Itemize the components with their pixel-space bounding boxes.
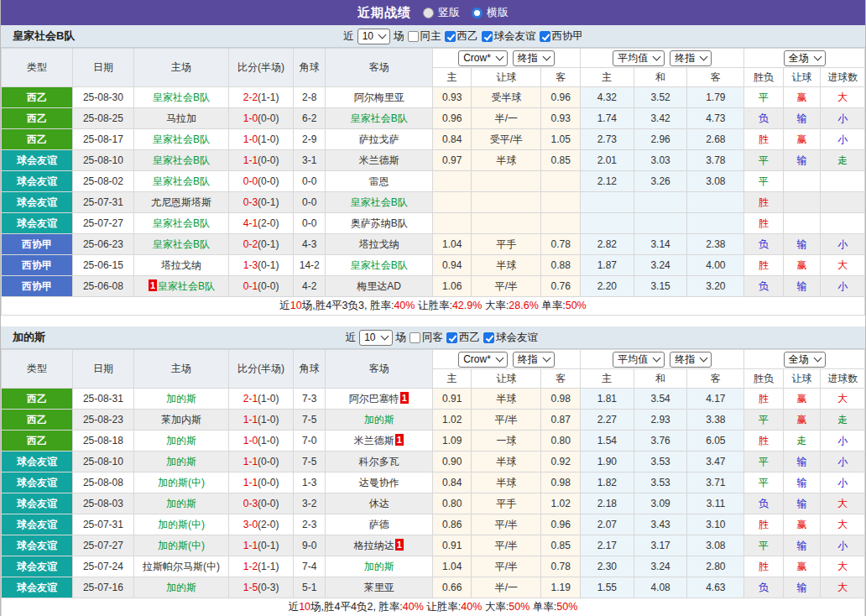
checkbox-icon[interactable] [482, 31, 493, 42]
avg-away-cell: 2.68 [687, 129, 744, 150]
checkbox-icon[interactable] [445, 31, 456, 42]
away-team-cell: 皇家社会B队 [326, 192, 432, 213]
result-text: 平 [759, 175, 769, 187]
team-name: 皇家社会B队 [153, 217, 210, 229]
handicap-cell: 半球 [472, 452, 541, 472]
result-cell: 胜 [744, 389, 784, 410]
handicap-result-cell: 输 [783, 108, 821, 129]
avg-away-cell: 2.38 [687, 234, 744, 255]
handicap-cell: 半球 [472, 472, 541, 493]
handicap-result-cell: 输 [783, 276, 821, 297]
date-cell: 25-07-27 [72, 535, 133, 556]
avg-draw-cell: 3.15 [634, 276, 687, 297]
checkbox-icon[interactable] [410, 332, 420, 343]
halftime-score: (1-1) [258, 561, 279, 572]
result-text: 输 [797, 280, 807, 292]
result-text: 平 [759, 91, 769, 103]
col-avg-away: 客 [687, 68, 744, 87]
goals-result-cell: 走 [821, 150, 865, 171]
result-text: 大 [837, 393, 848, 405]
average-select[interactable]: 平均值 [613, 352, 665, 368]
fulltime-select[interactable]: 全场 [784, 50, 826, 66]
summary-segment: 50% [509, 601, 530, 613]
result-text: 小 [837, 238, 848, 250]
league-badge: 球会友谊 [2, 535, 72, 556]
recent-count-select-value: 10 [364, 331, 375, 343]
avg-home-cell: 1.81 [580, 389, 634, 410]
fulltime-score: 1-3 [243, 259, 258, 271]
summary-segment: 让胜率: [424, 601, 461, 613]
filter-checkbox-西协甲[interactable]: 西协甲 [540, 29, 584, 44]
vertical-layout-radio[interactable]: 竖版 [423, 5, 460, 20]
avg-draw-cell: 4.08 [634, 577, 687, 598]
corner-cell: 2-8 [294, 87, 326, 108]
goals-result-cell: 小 [821, 472, 865, 493]
home-odds-cell: 0.97 [432, 150, 472, 171]
bookmaker-select-value: Crow* [463, 353, 491, 365]
col-home: 主场 [133, 350, 228, 389]
match-row: 球会友谊25-07-31尤尼恩斯塔斯0-3(0-1)0-0皇家社会B队胜 [2, 192, 865, 213]
result-cell: 平 [744, 171, 784, 192]
title-bar: 近期战绩 竖版 横版 [1, 0, 865, 25]
result-text: 输 [797, 456, 807, 467]
result-cell: 胜 [744, 556, 784, 577]
team-name: 皇家社会B队 [158, 280, 215, 292]
col-odds-away: 客 [541, 369, 581, 389]
odds-time-select[interactable]: 终指 [670, 50, 712, 66]
radio-icon[interactable] [423, 8, 434, 18]
matches-table-1: 类型日期主场比分(半场)角球客场Crow*终指平均值终指全场主让球客主和客胜负让… [1, 48, 865, 316]
fulltime-select[interactable]: 全场 [784, 352, 826, 368]
team-name: 塔拉戈纳 [359, 238, 399, 250]
home-team-cell: 加的斯(中) [133, 472, 228, 493]
halftime-score: (1-0) [258, 133, 279, 145]
avg-draw-cell: 3.42 [634, 108, 687, 129]
filter-checkbox-球会友谊[interactable]: 球会友谊 [483, 331, 538, 345]
team-name: 莱加内斯 [161, 414, 201, 425]
recent-count-select[interactable]: 10 [357, 29, 390, 44]
filter-checkbox-西乙[interactable]: 西乙 [446, 331, 480, 345]
filter-checkbox-同客[interactable]: 同客 [410, 331, 443, 345]
team-name: 拉斯帕尔马斯(中) [143, 561, 220, 572]
avg-draw-cell: 3.17 [634, 535, 687, 556]
red-card-badge: 1 [395, 539, 404, 551]
away-odds-cell: 0.88 [541, 255, 581, 276]
home-team-cell: 马拉加 [133, 108, 228, 129]
league-badge: 球会友谊 [2, 514, 72, 535]
checkbox-icon[interactable] [408, 31, 419, 42]
summary-row: 近10场,胜4平3负3, 胜率:40% 让胜率:42.9% 大率:28.6% 单… [2, 297, 865, 316]
team-name: 萨德 [369, 519, 389, 530]
col-date: 日期 [72, 49, 133, 87]
checkbox-icon[interactable] [446, 332, 457, 343]
match-row: 西乙25-08-30皇家社会B队2-2(1-1)2-8阿尔梅里亚0.93受半球0… [2, 87, 865, 108]
away-team-cell: 科尔多瓦 [326, 452, 432, 472]
odds-time-select[interactable]: 终指 [513, 50, 555, 66]
handicap-cell: 半/一 [472, 108, 541, 129]
checkbox-icon[interactable] [483, 332, 494, 343]
handicap-result-cell: 输 [783, 577, 821, 598]
average-select[interactable]: 平均值 [613, 50, 665, 66]
odds-time-select[interactable]: 终指 [670, 352, 712, 368]
home-team-cell: 皇家社会B队 [133, 129, 228, 150]
col-odds-away: 客 [541, 68, 581, 87]
recent-count-select[interactable]: 10 [359, 330, 392, 346]
horizontal-layout-radio[interactable]: 横版 [472, 5, 509, 20]
corner-cell: 0-0 [294, 213, 326, 234]
result-cell: 负 [744, 276, 784, 297]
odds-time-select-value: 终指 [675, 352, 695, 367]
halftime-score: (0-0) [258, 154, 279, 166]
odds-time-select[interactable]: 终指 [513, 352, 555, 368]
team-name: 科尔多瓦 [359, 456, 399, 467]
team-name: 加的斯 [364, 414, 394, 425]
checkbox-icon[interactable] [540, 31, 550, 42]
fulltime-score: 1-1 [243, 154, 258, 166]
bookmaker-select[interactable]: Crow* [458, 50, 508, 66]
halftime-score: (2-0) [258, 217, 279, 229]
result-text: 小 [837, 540, 848, 551]
filter-checkbox-西乙[interactable]: 西乙 [445, 29, 478, 44]
home-team-cell: 加的斯 [133, 577, 228, 598]
result-text: 赢 [797, 133, 807, 145]
filter-checkbox-球会友谊[interactable]: 球会友谊 [482, 29, 536, 44]
bookmaker-select[interactable]: Crow* [458, 352, 508, 368]
radio-icon[interactable] [472, 8, 483, 18]
filter-checkbox-同主[interactable]: 同主 [408, 29, 441, 44]
